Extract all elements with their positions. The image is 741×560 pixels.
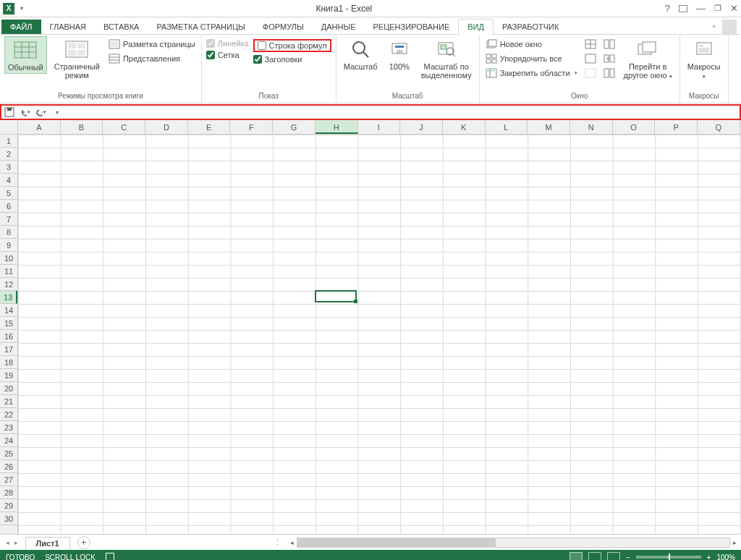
gridlines-checkbox[interactable]: Сетка [206,51,249,59]
normal-view-icon[interactable] [569,552,583,560]
column-header[interactable]: A [18,120,61,134]
column-header[interactable]: P [655,120,698,134]
save-icon[interactable] [4,107,14,117]
unhide-button[interactable] [583,67,598,80]
headings-checkbox[interactable]: Заголовки [253,55,331,64]
row-header[interactable]: 16 [0,330,17,343]
sheet-nav-icons[interactable]: ◂ ▸ [0,539,25,546]
macro-record-icon[interactable] [106,553,114,560]
pagebreak-view-button[interactable]: Страничный режим [51,36,103,81]
row-header[interactable]: 10 [0,252,17,265]
row-header[interactable]: 9 [0,239,17,252]
zoom-level[interactable]: 100% [716,553,735,561]
new-window-button[interactable]: Новое окно [484,38,579,51]
add-sheet-button[interactable]: + [77,536,90,549]
active-cell[interactable] [315,290,357,302]
row-header[interactable]: 8 [0,226,17,239]
tab-review[interactable]: РЕЦЕНЗИРОВАНИЕ [364,20,458,34]
column-header[interactable]: H [316,120,358,134]
row-header[interactable]: 28 [0,486,17,499]
column-header[interactable]: B [61,120,103,134]
zoom-100-button[interactable]: 100 100% [385,36,414,72]
column-header[interactable]: C [103,120,145,134]
switch-windows-button[interactable]: Перейти в другое окно ▾ [621,36,675,82]
row-header[interactable]: 20 [0,382,17,395]
row-header[interactable]: 13 [0,291,17,304]
row-header[interactable]: 25 [0,447,17,460]
macros-button[interactable]: Макросы▾ [685,36,724,82]
column-header[interactable]: M [528,120,570,134]
sync-scroll-button[interactable] [602,52,617,65]
formula-bar-checkbox[interactable]: Строка формул [253,39,331,52]
select-all-corner[interactable] [0,120,18,134]
custom-views-button[interactable]: Представления [107,52,197,65]
pagebreak-view-icon[interactable] [607,552,620,560]
column-header[interactable]: F [230,120,273,134]
arrange-all-button[interactable]: Упорядочить все [484,52,579,65]
column-header[interactable]: J [400,120,443,134]
row-header[interactable]: 1 [0,135,17,148]
row-header[interactable]: 11 [0,265,17,278]
row-header[interactable]: 27 [0,473,17,486]
column-header[interactable]: Q [698,120,740,134]
close-icon[interactable]: ✕ [730,3,738,14]
sheet-tab[interactable]: Лист1 [25,537,70,549]
tab-formulas[interactable]: ФОРМУЛЫ [254,20,313,34]
row-header[interactable]: 19 [0,369,17,382]
column-header[interactable]: E [188,120,231,134]
column-header[interactable]: G [273,120,316,134]
restore-icon[interactable]: ❐ [714,4,721,13]
column-header[interactable]: K [443,120,486,134]
spreadsheet-grid[interactable]: 1234567891011121314151617181920212223242… [0,135,741,534]
minimize-icon[interactable]: — [696,3,706,14]
freeze-panes-button[interactable]: Закрепить области▾ [484,67,579,80]
row-header[interactable]: 18 [0,356,17,369]
hide-button[interactable] [583,52,598,65]
row-header[interactable]: 30 [0,512,17,525]
undo-icon[interactable]: ▾ [20,107,30,117]
row-header[interactable]: 3 [0,161,17,174]
column-header[interactable]: L [486,120,528,134]
row-header[interactable]: 4 [0,174,17,187]
tab-file[interactable]: ФАЙЛ [1,20,41,34]
column-header[interactable]: N [570,120,613,134]
row-header[interactable]: 5 [0,187,17,200]
row-header[interactable]: 21 [0,395,17,408]
zoom-button[interactable]: Масштаб [341,36,381,72]
row-header[interactable]: 24 [0,434,17,447]
row-header[interactable]: 14 [0,304,17,317]
row-header[interactable]: 15 [0,317,17,330]
zoom-slider[interactable] [636,556,701,559]
tab-developer[interactable]: РАЗРАБОТЧИК [494,20,567,34]
reset-window-button[interactable] [602,67,617,80]
row-header[interactable]: 12 [0,278,17,291]
row-header[interactable]: 26 [0,460,17,473]
row-header[interactable]: 22 [0,408,17,421]
tab-page-layout[interactable]: РАЗМЕТКА СТРАНИЦЫ [148,20,253,34]
help-icon[interactable]: ? [665,3,670,14]
zoom-selection-button[interactable]: Масштаб по выделенному [418,36,475,81]
column-header[interactable]: O [613,120,656,134]
zoom-in-icon[interactable]: + [707,553,711,561]
split-button[interactable] [583,38,598,51]
profile-icon[interactable] [722,20,737,34]
redo-icon[interactable]: ▾ [36,107,46,117]
ribbon-display-icon[interactable] [679,5,687,12]
tab-data[interactable]: ДАННЫЕ [313,20,365,34]
view-side-by-side-button[interactable] [602,38,617,51]
tab-view[interactable]: ВИД [458,19,494,35]
normal-view-button[interactable]: Обычный [4,36,47,74]
collapse-ribbon-icon[interactable]: ˄ [712,25,716,34]
zoom-out-icon[interactable]: − [626,553,630,561]
column-header[interactable]: I [358,120,401,134]
row-header[interactable]: 6 [0,200,17,213]
row-header[interactable]: 29 [0,499,17,512]
horizontal-scrollbar[interactable]: ◂ ▸ [286,538,741,548]
row-header[interactable]: 23 [0,421,17,434]
row-header[interactable]: 7 [0,213,17,226]
column-header[interactable]: D [145,120,188,134]
customize-qat-icon[interactable]: ▾ [52,107,62,117]
row-header[interactable]: 2 [0,148,17,161]
tab-home[interactable]: ГЛАВНАЯ [41,20,95,34]
row-header[interactable]: 17 [0,343,17,356]
